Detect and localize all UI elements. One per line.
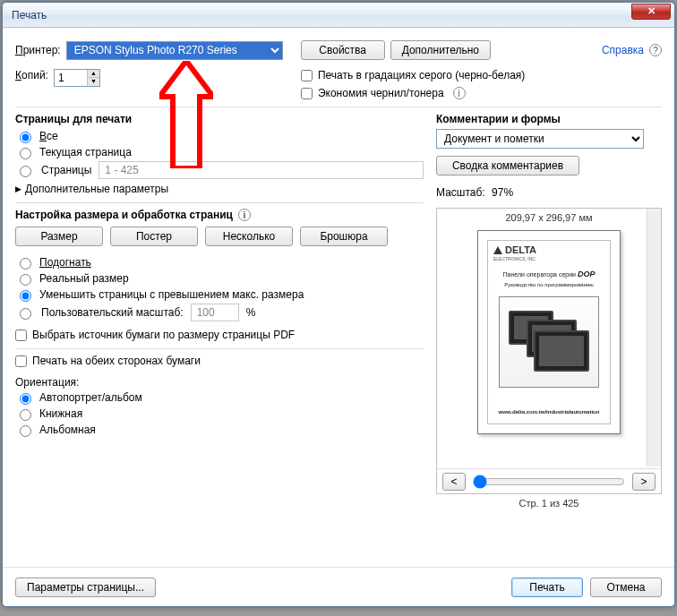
info-icon[interactable]: i — [238, 209, 251, 221]
stepper-down-icon[interactable]: ▼ — [87, 78, 99, 86]
preview-page-status: Стр. 1 из 425 — [436, 498, 662, 509]
help-icon[interactable]: ? — [649, 44, 662, 56]
more-options-toggle[interactable]: ▶ Дополнительные параметры — [15, 183, 424, 195]
preview-prev-button[interactable]: < — [442, 473, 466, 491]
page-setup-button[interactable]: Параметры страницы... — [15, 578, 156, 597]
duplex-checkbox[interactable]: Печать на обеих сторонах бумаги — [15, 355, 424, 367]
orient-portrait-radio[interactable]: Книжная — [15, 406, 424, 421]
preview-dimensions: 209,97 x 296,97 мм — [437, 212, 661, 223]
custom-scale-input[interactable] — [191, 304, 239, 321]
help-link[interactable]: Справка — [602, 44, 644, 56]
actual-radio[interactable]: Реальный размер — [15, 271, 424, 286]
close-icon: ✕ — [647, 5, 656, 17]
pages-range-input[interactable] — [99, 161, 424, 179]
comments-summary-button[interactable]: Сводка комментариев — [436, 156, 579, 175]
advanced-button[interactable]: Дополнительно — [390, 40, 491, 60]
copies-stepper[interactable]: ▲ ▼ — [54, 69, 100, 87]
size-section-title: Настройка размера и обработка страниц i — [15, 209, 424, 221]
preview-panel: 209,97 x 296,97 мм DELTA ELECTRONICS, IN… — [436, 208, 662, 494]
comments-dropdown[interactable]: Документ и пометки — [436, 129, 644, 149]
pages-current-radio[interactable]: Текущая страница — [15, 145, 424, 159]
copies-input[interactable] — [55, 70, 87, 86]
pages-range-radio[interactable]: Страницы — [15, 161, 424, 179]
scale-label: Масштаб: — [436, 186, 485, 199]
info-icon[interactable]: i — [453, 87, 466, 99]
properties-button[interactable]: Свойства — [301, 40, 385, 60]
copies-label: Копий: — [15, 69, 48, 81]
preview-page: DELTA ELECTRONICS, INC Панели оператора … — [477, 230, 621, 434]
cancel-button[interactable]: Отмена — [590, 578, 662, 597]
stepper-up-icon[interactable]: ▲ — [87, 70, 99, 78]
preview-scrollbar[interactable] — [647, 209, 661, 466]
shrink-radio[interactable]: Уменьшить страницы с превышением макс. р… — [15, 287, 424, 302]
fit-radio[interactable]: Подогнать — [15, 255, 424, 270]
chevron-right-icon: ▶ — [15, 184, 21, 193]
pages-all-radio[interactable]: Все — [15, 129, 424, 143]
preview-image — [499, 296, 599, 388]
multiple-tab[interactable]: Несколько — [205, 227, 293, 246]
preview-brand: DELTA — [493, 244, 536, 255]
window-title: Печать — [12, 9, 47, 21]
booklet-tab[interactable]: Брошюра — [300, 227, 388, 246]
scale-value: 97% — [492, 186, 513, 199]
eco-checkbox[interactable]: Экономия чернил/тонера i — [301, 87, 525, 99]
orient-landscape-radio[interactable]: Альбомная — [15, 423, 424, 437]
delta-logo-icon — [493, 246, 502, 254]
grayscale-checkbox[interactable]: Печать в градациях серого (черно-белая) — [301, 69, 525, 81]
close-button[interactable]: ✕ — [631, 4, 671, 20]
titlebar: Печать ✕ — [3, 3, 674, 28]
custom-scale-radio[interactable]: Пользовательский масштаб: % — [15, 304, 424, 321]
orient-auto-radio[interactable]: Автопортрет/альбом — [15, 390, 424, 405]
print-button[interactable]: Печать — [511, 578, 583, 597]
preview-next-button[interactable]: > — [632, 473, 656, 491]
paper-source-checkbox[interactable]: Выбрать источник бумаги по размеру стран… — [15, 329, 424, 341]
printer-select[interactable]: EPSON Stylus Photo R270 Series — [66, 41, 283, 60]
size-tab[interactable]: Размер — [15, 227, 103, 246]
pages-section-title: Страницы для печати — [15, 113, 424, 125]
preview-slider[interactable] — [473, 475, 625, 489]
poster-tab[interactable]: Постер — [110, 227, 198, 246]
printer-label: Принтер: — [15, 44, 61, 56]
comments-section-title: Комментарии и формы — [436, 113, 662, 125]
orientation-label: Ориентация: — [15, 376, 424, 389]
